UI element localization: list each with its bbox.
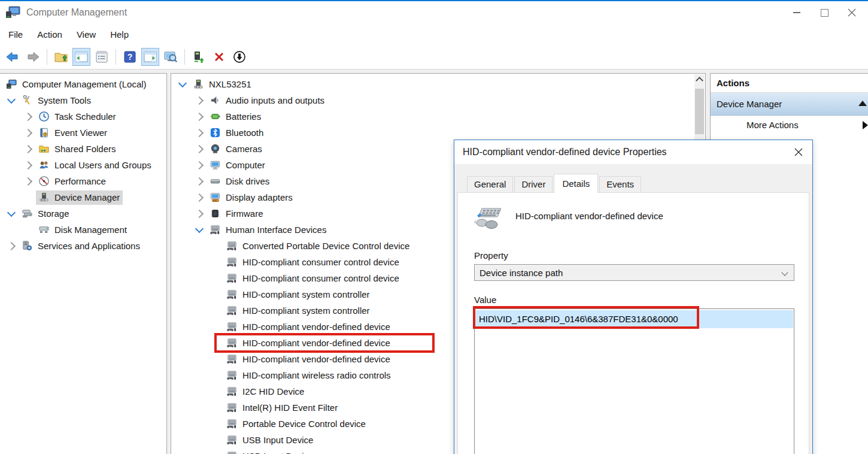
close-button[interactable]: [838, 1, 866, 24]
uninstall-device-button[interactable]: [210, 48, 228, 66]
show-console-tree-button[interactable]: [72, 48, 90, 66]
console-tree-item[interactable]: System Tools: [0, 92, 166, 108]
device-tree-item-content[interactable]: Intel(R) HID Event Filter: [224, 401, 341, 415]
console-tree-expander[interactable]: [20, 146, 36, 152]
console-tree-item[interactable]: Storage: [0, 205, 166, 222]
device-tree-item-content[interactable]: HID-compliant consumer control device: [224, 271, 402, 286]
console-tree-item-content[interactable]: System Tools: [19, 93, 94, 108]
up-level-button[interactable]: [52, 48, 70, 66]
scrollbar-thumb[interactable]: [695, 89, 704, 134]
console-tree-item-content[interactable]: Task Scheduler: [36, 110, 119, 124]
device-tree-expander[interactable]: [192, 146, 207, 152]
device-tree-item-content[interactable]: USB Input Device: [224, 449, 316, 454]
device-tree-item[interactable]: Batteries: [171, 108, 705, 125]
scan-hardware-changes-button[interactable]: [162, 48, 180, 66]
forward-button[interactable]: [24, 48, 42, 66]
device-tree-item-content[interactable]: Display adapters: [207, 190, 296, 205]
dialog-close-button[interactable]: [790, 143, 808, 161]
device-tree-item-content[interactable]: HID-compliant wireless radio controls: [224, 368, 394, 383]
scrollbar-up-button[interactable]: [694, 74, 705, 84]
console-tree-item[interactable]: Services and Applications: [0, 238, 166, 254]
console-tree-item[interactable]: Task Scheduler: [0, 108, 166, 125]
device-tree-item[interactable]: Bluetooth: [171, 125, 705, 141]
console-tree-expander[interactable]: [4, 243, 19, 249]
device-tree-expander[interactable]: [192, 98, 207, 104]
console-tree-item[interactable]: Shared Folders: [0, 141, 166, 157]
collapse-section-icon[interactable]: [858, 101, 867, 106]
console-tree-item-content[interactable]: Event Viewer: [36, 126, 110, 140]
console-tree-expander[interactable]: [20, 178, 36, 184]
console-tree-item-content[interactable]: Services and Applications: [19, 239, 143, 253]
actions-section-device-manager[interactable]: Device Manager: [711, 93, 868, 116]
tab-events[interactable]: Events: [599, 176, 641, 192]
console-tree-expander[interactable]: [20, 114, 36, 120]
device-tree-expander[interactable]: [192, 178, 207, 184]
device-tree-expander[interactable]: [192, 195, 207, 201]
device-tree-item-content[interactable]: HID-compliant system controller: [224, 304, 373, 318]
device-tree-expander[interactable]: [192, 228, 207, 232]
console-tree-expander[interactable]: [20, 130, 36, 136]
menu-help[interactable]: Help: [103, 24, 136, 45]
tab-general[interactable]: General: [467, 176, 513, 192]
tab-driver[interactable]: Driver: [514, 176, 553, 192]
maximize-button[interactable]: [811, 1, 838, 24]
device-tree-item-content[interactable]: Converted Portable Device Control device: [224, 239, 412, 253]
device-tree-item-content[interactable]: HID-compliant vendor-defined device: [224, 352, 393, 367]
console-tree-expander[interactable]: [20, 162, 36, 168]
console-tree-item-content[interactable]: Local Users and Groups: [36, 158, 154, 172]
device-tree-expander[interactable]: [192, 162, 207, 168]
tab-details[interactable]: Details: [554, 174, 598, 193]
console-tree-item[interactable]: Event Viewer: [0, 125, 166, 141]
properties-button[interactable]: [93, 48, 111, 66]
disable-device-button[interactable]: [230, 48, 248, 66]
menu-action[interactable]: Action: [30, 24, 69, 45]
device-tree-expander[interactable]: [192, 211, 207, 217]
device-tree-item-content[interactable]: Human Interface Devices: [207, 223, 329, 237]
device-tree-item-content[interactable]: Bluetooth: [207, 126, 266, 140]
device-tree-item-content[interactable]: HID-compliant vendor-defined device: [224, 320, 393, 334]
device-tree-expander[interactable]: [175, 82, 190, 86]
device-tree-item-content[interactable]: I2C HID Device: [224, 385, 307, 399]
more-actions-item[interactable]: More Actions: [711, 116, 868, 134]
property-dropdown[interactable]: Device instance path: [474, 264, 794, 281]
console-tree-item[interactable]: Performance: [0, 173, 166, 189]
device-tree-item-content[interactable]: Batteries: [207, 110, 264, 124]
device-tree-item-content[interactable]: HID-compliant consumer control device: [224, 255, 402, 270]
menu-file[interactable]: File: [1, 24, 30, 45]
device-tree-item-content[interactable]: Audio inputs and outputs: [207, 93, 327, 108]
device-tree-item-content[interactable]: Firmware: [207, 207, 266, 221]
minimize-button[interactable]: [783, 1, 811, 24]
device-tree-item[interactable]: NXL53251: [171, 76, 705, 92]
update-driver-button[interactable]: [190, 48, 208, 66]
device-tree-item-content[interactable]: USB Input Device: [224, 433, 316, 447]
menubar: File Action View Help: [0, 24, 868, 45]
back-button[interactable]: [4, 48, 22, 66]
device-tree-item-content[interactable]: HID-compliant system controller: [224, 287, 373, 302]
device-tree-item[interactable]: Audio inputs and outputs: [171, 92, 705, 108]
device-tree-item-content[interactable]: NXL53251: [190, 77, 254, 92]
console-tree-item[interactable]: Device Manager: [0, 189, 166, 205]
console-tree-item-content[interactable]: Storage: [19, 207, 72, 221]
device-tree-expander[interactable]: [192, 130, 207, 136]
device-tree-item-content[interactable]: Cameras: [207, 142, 265, 156]
device-tree-item-content[interactable]: Disk drives: [207, 174, 272, 189]
console-tree-item-content[interactable]: Computer Management (Local): [4, 77, 150, 92]
console-tree-item[interactable]: Computer Management (Local): [0, 76, 166, 92]
device-tree-item-content[interactable]: Portable Device Control device: [224, 417, 369, 431]
console-tree-expander[interactable]: [4, 98, 19, 102]
console-tree-item-content[interactable]: Performance: [36, 174, 109, 189]
device-tree-item-content[interactable]: Computer: [207, 158, 268, 172]
console-tree-expander[interactable]: [4, 211, 19, 216]
console-tree-item-content[interactable]: Shared Folders: [36, 142, 119, 156]
menu-view[interactable]: View: [69, 24, 103, 45]
value-listbox[interactable]: HID\VID_1FC9&PID_0146\6&387FDE31&0&0000: [474, 308, 794, 454]
device-tree-expander[interactable]: [192, 114, 207, 120]
help-button[interactable]: ?: [121, 48, 139, 66]
console-tree-item[interactable]: Disk Management: [0, 222, 166, 238]
console-tree-item[interactable]: Local Users and Groups: [0, 157, 166, 173]
value-selected-row[interactable]: HID\VID_1FC9&PID_0146\6&387FDE31&0&0000: [475, 310, 793, 328]
show-action-pane-button[interactable]: [141, 48, 159, 66]
console-tree-item-content[interactable]: Device Manager: [36, 190, 123, 205]
console-tree-item-content[interactable]: Disk Management: [36, 223, 130, 237]
device-tree-item-content[interactable]: HID-compliant vendor-defined device: [224, 336, 393, 350]
